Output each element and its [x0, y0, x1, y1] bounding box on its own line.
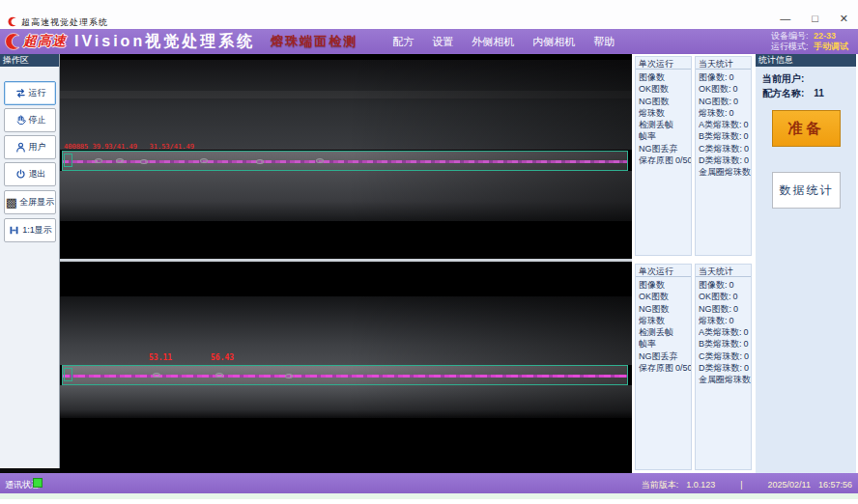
statistics-info-panel: 统计信息 当前用户: 配方名称: 11 准备 数据统计 — [754, 54, 856, 473]
stat-label: NG图数 — [639, 304, 670, 314]
stop-button[interactable]: 停止 — [4, 108, 56, 132]
group-title: 当天统计 — [696, 57, 751, 70]
exit-button[interactable]: 退出 — [4, 162, 56, 186]
version-label: 当前版本: — [642, 480, 679, 490]
image-band — [60, 385, 632, 418]
cycle-arrows-icon — [14, 87, 27, 99]
stat-value: 0 — [733, 84, 738, 94]
stat-label: NG图数: — [699, 97, 731, 106]
stat-row: B类熔珠数:0 — [699, 338, 751, 350]
stat-row: NG图数:0 — [699, 96, 751, 107]
stat-row: OK图数:0 — [699, 291, 751, 302]
status-date: 2025/02/11 — [768, 480, 811, 490]
image-band — [60, 60, 632, 150]
run-button-label: 运行 — [29, 87, 46, 99]
stat-row: NG图丢弃 — [639, 143, 691, 154]
comm-status-indicator — [33, 478, 43, 488]
current-user-label: 当前用户: — [762, 73, 804, 84]
stat-row: 图像数 — [639, 71, 691, 83]
maximize-button[interactable]: □ — [812, 13, 818, 24]
measurement-value: 53.11 — [149, 354, 172, 362]
stat-value: 0 — [733, 304, 738, 314]
stat-label: 保存原图 — [639, 155, 673, 165]
stat-label: 图像数: — [699, 280, 728, 290]
stat-label: 金属圈熔珠数: — [699, 375, 751, 384]
stat-label: A类熔珠数: — [699, 327, 742, 337]
stat-label: B类熔珠数: — [699, 339, 742, 349]
bead-ellipse-marker — [153, 373, 160, 378]
stat-label: OK图数: — [699, 292, 731, 301]
stat-row: 保存原图0/500 — [639, 154, 691, 166]
menu-item[interactable]: 设置 — [432, 35, 453, 49]
close-button[interactable]: ✕ — [840, 13, 848, 24]
data-statistics-button[interactable]: 数据统计 — [772, 172, 841, 209]
bottom-stats-panel: 单次运行 图像数OK图数NG图数熔珠数检测丢帧帧率NG图丢弃保存原图0/500 … — [632, 262, 754, 473]
stat-label: 熔珠数 — [639, 316, 665, 325]
one-to-one-button[interactable]: 1:1显示 — [4, 218, 56, 242]
stat-value: 0 — [744, 144, 749, 154]
stat-value: 0 — [744, 363, 749, 373]
brand-swoosh-icon — [4, 33, 21, 50]
recipe-name-value: 11 — [814, 88, 824, 98]
measurement-value: 56.43 — [211, 354, 234, 362]
stat-row: NG图数 — [639, 96, 691, 107]
menu-item[interactable]: 外侧相机 — [472, 35, 514, 49]
window-titlebar: 超高速视觉处理系统 — □ ✕ — [0, 0, 858, 29]
user-button[interactable]: 用户 — [4, 135, 56, 159]
stat-label: 熔珠数: — [699, 108, 728, 118]
stat-row: 金属圈熔珠数:0 — [699, 374, 751, 385]
fullscreen-button-label: 全屏显示 — [19, 196, 54, 209]
device-number-value: 22-33 — [814, 31, 836, 41]
stat-value: 0 — [744, 351, 749, 361]
app-logo-icon — [7, 16, 17, 27]
stat-label: OK图数: — [699, 84, 731, 94]
version-value: 1.0.123 — [686, 480, 715, 490]
page-subtitle: 熔珠端面检测 — [271, 33, 358, 50]
stat-label: OK图数 — [639, 84, 669, 94]
operation-sidebar: 操作区 运行 停止 用户 退出 — [0, 54, 60, 468]
image-band — [60, 171, 632, 221]
daily-stats-group: 当天统计 图像数:0OK图数:0NG图数:0熔珠数:0A类熔珠数:0B类熔珠数:… — [695, 56, 752, 256]
stat-row: 金属圈熔珠数:0 — [699, 166, 751, 178]
stat-row: 检测丢帧 — [639, 119, 691, 130]
stat-row: 图像数:0 — [699, 279, 751, 291]
menu-item[interactable]: 帮助 — [593, 35, 615, 49]
stat-label: 帧率 — [639, 131, 656, 141]
window-bottom-strip — [0, 493, 858, 499]
power-icon — [14, 168, 27, 181]
outer-camera-view: 400885 39.93/41.49 31.53/41.49 — [60, 54, 632, 259]
exit-button-label: 退出 — [29, 168, 46, 181]
stat-label: 图像数: — [699, 72, 728, 82]
menu-item[interactable]: 内侧相机 — [532, 35, 575, 49]
stat-label: NG图丢弃 — [639, 351, 678, 361]
bead-ellipse-marker — [140, 159, 148, 164]
stat-label: A类熔珠数: — [699, 120, 742, 129]
stat-row: 图像数 — [639, 279, 691, 291]
prepare-button[interactable]: 准备 — [772, 110, 841, 147]
stat-label: D类熔珠数: — [699, 155, 742, 165]
roi-sub-rectangle — [64, 154, 72, 167]
application-window: 超高速视觉处理系统 — □ ✕ 超高速 IVision视觉处理系统 熔珠端面检测… — [0, 0, 858, 504]
recipe-name-label: 配方名称: — [762, 88, 804, 98]
stat-value: 0 — [744, 327, 749, 337]
stat-label: B类熔珠数: — [699, 131, 742, 141]
stat-label: 图像数 — [639, 72, 665, 82]
roi-rectangle — [62, 151, 628, 171]
stat-label: 保存原图 — [639, 363, 673, 373]
fullscreen-button[interactable]: ▩ 全屏显示 — [4, 190, 56, 214]
roi-sub-rectangle — [64, 368, 72, 381]
minimize-button[interactable]: — — [780, 13, 790, 24]
stat-value: 0 — [733, 292, 738, 301]
stat-row: D类熔珠数:0 — [699, 362, 751, 374]
status-bar: 通讯状态: 当前版本:1.0.123|2025/02/1116:57:56 — [0, 473, 858, 493]
stat-row: 帧率 — [639, 338, 691, 350]
run-button[interactable]: 运行 — [4, 81, 56, 105]
stat-row: D类熔珠数:0 — [699, 154, 751, 166]
stat-row: OK图数 — [639, 83, 691, 95]
stat-value: 0 — [729, 72, 734, 82]
stat-value: 0 — [744, 131, 749, 141]
sidebar-title: 操作区 — [0, 54, 59, 67]
stat-row: C类熔珠数:0 — [699, 350, 751, 362]
menu-item[interactable]: 配方 — [392, 35, 414, 49]
daily-stats-group: 当天统计 图像数:0OK图数:0NG图数:0熔珠数:0A类熔珠数:0B类熔珠数:… — [695, 264, 752, 470]
